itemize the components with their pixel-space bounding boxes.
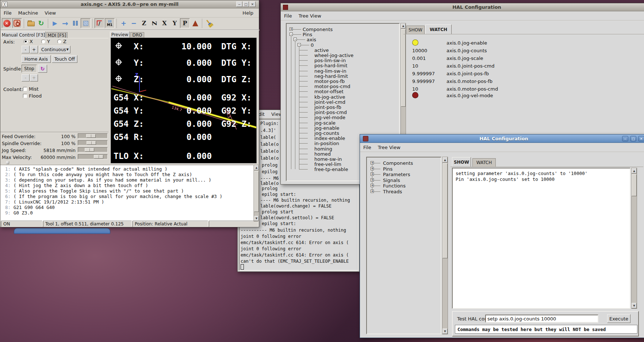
tree-expander-icon[interactable]: - xyxy=(294,38,297,41)
tree-expander-icon[interactable]: + xyxy=(290,27,293,31)
maximize-icon[interactable]: □ xyxy=(630,136,636,141)
machine-power-icon[interactable] xyxy=(12,18,22,28)
scrollbar-thumb[interactable] xyxy=(401,29,406,107)
pane-grip[interactable] xyxy=(6,161,9,164)
menu-file[interactable]: File xyxy=(281,12,295,20)
tree-item[interactable]: neg-lim-sw-in xyxy=(314,68,346,74)
hal2-tree-panel[interactable]: +Components+Pins+Parameters+Signals+Func… xyxy=(366,157,441,334)
hal2-tab-watch[interactable]: WATCH xyxy=(472,158,496,167)
menu-help[interactable]: Help xyxy=(239,9,257,17)
tree-item[interactable]: axis xyxy=(307,37,316,42)
tree-item[interactable]: index-enable xyxy=(314,136,345,141)
tree-expander-icon[interactable]: + xyxy=(371,167,374,170)
hal1-tab-show[interactable]: SHOW xyxy=(406,26,425,34)
scroll-up-icon[interactable]: ▲ xyxy=(254,165,259,170)
open-file-icon[interactable] xyxy=(26,18,36,28)
gcode-line[interactable]: 7:( LinuxCNC 19/1/2012 2:13:51 PM ) xyxy=(0,199,253,205)
preview-canvas[interactable]: LinuxCNC 134.7 136.5 Z X:10.000DTG X:Y:0… xyxy=(111,38,257,163)
scroll-up-icon[interactable]: ▲ xyxy=(442,157,448,163)
stop-icon[interactable] xyxy=(81,18,91,28)
tree-item[interactable]: Parameters xyxy=(383,172,410,177)
zoom-in-icon[interactable]: + xyxy=(119,18,129,28)
slider-thumb[interactable] xyxy=(86,134,96,138)
maximize-icon[interactable]: □ xyxy=(243,1,249,7)
menu-file[interactable]: File xyxy=(360,144,375,151)
scroll-up-icon[interactable]: ▲ xyxy=(401,23,406,28)
scroll-up-icon[interactable]: ▲ xyxy=(632,168,637,174)
tree-expander-icon[interactable]: - xyxy=(290,33,293,36)
tree-item[interactable]: wheel-jog-active xyxy=(314,53,353,58)
tree-expander-icon[interactable]: + xyxy=(371,172,374,176)
tree-expander-icon[interactable]: + xyxy=(371,178,374,182)
override-slider[interactable] xyxy=(78,133,108,138)
gcode-line[interactable]: 4:( Hint jog the Z axis down a bit then … xyxy=(0,183,253,188)
gcode-line[interactable]: 2:( To run this code anyway you might ha… xyxy=(0,172,253,177)
hal2-tree-scrollbar[interactable]: ▲ ▼ xyxy=(442,157,448,334)
axis-radio-y[interactable] xyxy=(41,39,45,43)
view-front-icon[interactable]: Y xyxy=(170,18,180,28)
tree-item[interactable]: motor-pos-cmd xyxy=(314,84,350,89)
tree-item[interactable]: Signals xyxy=(383,178,400,183)
menu-file[interactable]: File xyxy=(0,9,15,17)
estop-icon[interactable]: ✕ xyxy=(2,18,12,28)
tree-item[interactable]: in-position xyxy=(314,141,339,146)
tree-item[interactable]: pos-lim-sw-in xyxy=(314,58,346,63)
close-icon[interactable]: ✕ xyxy=(249,1,256,7)
scroll-down-icon[interactable]: ▼ xyxy=(442,328,448,334)
spindle-faster-button[interactable]: + xyxy=(30,74,38,81)
tree-item[interactable]: homing xyxy=(314,146,332,152)
tree-item[interactable]: neg-hard-limit xyxy=(314,73,348,79)
scrollbar-thumb[interactable] xyxy=(442,163,448,258)
minimize-icon[interactable]: − xyxy=(236,1,242,7)
minimize-icon[interactable]: − xyxy=(622,136,628,141)
tree-item[interactable]: motor-pos-fb xyxy=(314,79,345,84)
hal2-show-scrollbar[interactable]: ▲ ▼ xyxy=(631,168,637,309)
gcode-line[interactable]: 3:( depending on your setup. As if you h… xyxy=(0,177,253,183)
view-perspective-icon[interactable]: P xyxy=(180,18,190,28)
tree-item[interactable]: Pins xyxy=(383,166,392,172)
scrollbar-thumb[interactable] xyxy=(254,171,259,212)
tree-item[interactable]: Components xyxy=(383,160,413,166)
menu-view[interactable]: View xyxy=(41,9,59,17)
tree-item[interactable]: Threads xyxy=(383,189,402,194)
slider-thumb[interactable] xyxy=(94,155,103,159)
gcode-line[interactable]: 9:G0 Z3.0 xyxy=(0,210,253,216)
run-icon[interactable]: ▶ xyxy=(50,18,60,28)
tree-item[interactable]: jog-vel-mode xyxy=(314,115,345,120)
mist-checkbox[interactable] xyxy=(23,87,27,91)
test-hal-command-input[interactable]: setp axis.0.jog-counts 10000 xyxy=(485,315,598,323)
gcode-line[interactable]: 1:( AXIS "splash g-code" Not intended fo… xyxy=(0,166,253,172)
reload-icon[interactable]: ↻ xyxy=(36,18,46,28)
spindle-stop-button[interactable]: Stop xyxy=(22,65,37,73)
zoom-out-icon[interactable]: − xyxy=(129,18,139,28)
tree-item[interactable]: joint-pos-fb xyxy=(314,104,341,110)
tree-item[interactable]: homed xyxy=(314,151,331,157)
menu-tree-view[interactable]: Tree View xyxy=(375,144,404,151)
tree-expander-icon[interactable]: + xyxy=(371,184,374,187)
tree-expander-icon[interactable]: + xyxy=(371,190,374,193)
slider-thumb[interactable] xyxy=(85,148,94,152)
tree-expander-icon[interactable]: - xyxy=(298,43,301,46)
tab-preview[interactable]: Preview xyxy=(110,31,130,38)
tree-item[interactable]: free-vel-lim xyxy=(314,162,341,167)
scroll-down-icon[interactable]: ▼ xyxy=(254,216,259,221)
tree-expander-icon[interactable]: + xyxy=(371,161,374,164)
hal1-tab-watch[interactable]: WATCH xyxy=(425,24,452,34)
override-slider[interactable] xyxy=(78,140,108,145)
home-axis-button[interactable]: Home Axis xyxy=(22,55,51,63)
tab-dro[interactable]: DRO xyxy=(130,32,144,38)
tree-item[interactable]: jog-scale xyxy=(314,120,336,126)
tab-manual-control[interactable]: Manual Control [F3] xyxy=(1,31,46,38)
gcode-scrollbar[interactable]: ▲ ▼ xyxy=(254,165,259,221)
menu-machine[interactable]: Machine xyxy=(15,9,41,17)
axis-radio-x[interactable] xyxy=(24,39,28,43)
view-side-icon[interactable]: X xyxy=(160,18,169,28)
spindle-slower-button[interactable]: - xyxy=(22,74,30,81)
axis-titlebar[interactable]: ╳ axis.ngc - AXIS 2.6.0~pre on my-mill −… xyxy=(0,0,259,8)
tree-item[interactable]: kb-jog-active xyxy=(314,94,345,100)
tree-item[interactable]: home-sw-in xyxy=(314,156,342,162)
tree-item[interactable]: joint-pos-cmd xyxy=(314,110,347,115)
execute-button[interactable]: Execute xyxy=(607,314,630,323)
close-icon[interactable]: ✕ xyxy=(638,136,644,141)
tree-item[interactable]: active xyxy=(314,48,329,53)
